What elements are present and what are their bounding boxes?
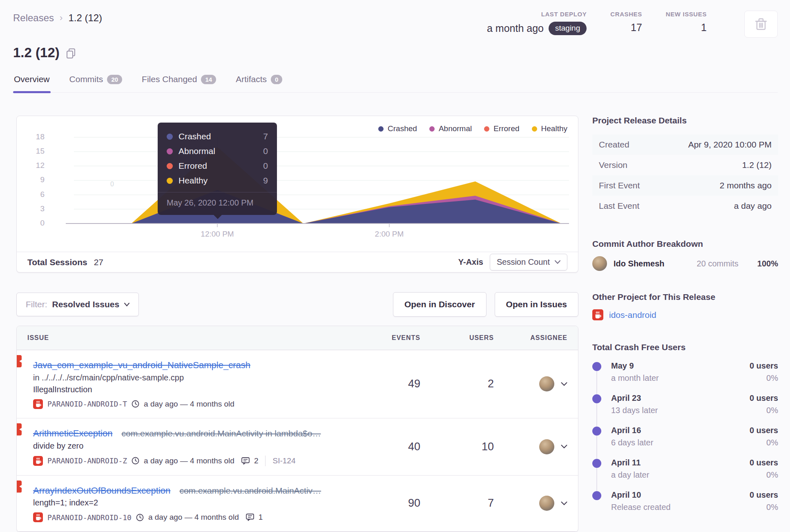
tooltip-label: Errored <box>179 161 207 171</box>
clock-icon <box>132 400 139 408</box>
column-events: EVENTS <box>339 334 420 342</box>
legend-item-abnormal[interactable]: Abnormal <box>429 124 472 133</box>
issue-row[interactable]: Java_com_example_vu_android_NativeSample… <box>17 350 578 418</box>
tab-overview[interactable]: Overview <box>13 72 51 92</box>
issues-table: ISSUE EVENTS USERS ASSIGNEE Java_com_exa… <box>16 326 578 532</box>
timeline-dot-icon <box>592 427 601 436</box>
tooltip-row-errored: Errored 0 <box>166 159 269 173</box>
release-title: 1.2 (12) <box>13 45 76 60</box>
author-avatar <box>592 256 607 271</box>
java-project-icon <box>33 512 43 522</box>
issues-filter-dropdown[interactable]: Filter: Resolved Issues <box>16 293 139 316</box>
sessions-area-chart[interactable]: 18 15 12 9 6 3 0 <box>27 123 568 239</box>
detail-label: Created <box>599 140 629 150</box>
tab-label: Files Changed <box>142 74 197 84</box>
legend-item-errored[interactable]: Errored <box>484 124 519 133</box>
tooltip-label: Crashed <box>179 132 211 141</box>
issue-location: in ../../../../src/main/cpp/native-sampl… <box>33 372 339 384</box>
chevron-down-icon[interactable] <box>561 501 567 505</box>
detail-value: 2 months ago <box>720 181 772 190</box>
issue-title-link[interactable]: ArrayIndexOutOfBoundsException <box>33 485 170 496</box>
entry-users: 0 users <box>750 426 778 435</box>
bookmark-icon <box>16 481 22 493</box>
issue-title-link[interactable]: ArithmeticException <box>33 428 112 438</box>
y-axis-select[interactable]: Session Count <box>490 254 567 270</box>
hover-value-label: 0 <box>110 181 114 188</box>
issue-users-count: 2 <box>420 378 494 390</box>
chart-canvas <box>49 123 569 228</box>
assignee-avatar[interactable] <box>539 376 554 391</box>
entry-users: 0 users <box>750 393 778 403</box>
tab-artifacts[interactable]: Artifacts 0 <box>235 72 283 92</box>
y-axis-label: Y-Axis <box>458 257 483 267</box>
author-percent: 100% <box>757 259 778 268</box>
detail-row-first-event: First Event 2 months ago <box>592 175 778 196</box>
tooltip-value: 0 <box>263 161 268 171</box>
entry-percent: 0% <box>750 470 778 480</box>
assignee-avatar[interactable] <box>539 496 554 511</box>
issue-annotation[interactable]: SI-124 <box>272 456 295 465</box>
other-project-link[interactable]: idos-android <box>609 310 656 320</box>
stat-new-issues: NEW ISSUES 1 <box>666 11 707 34</box>
tooltip-label: Healthy <box>179 176 208 186</box>
legend-item-crashed[interactable]: Crashed <box>378 124 417 133</box>
tab-count-badge: 20 <box>107 75 122 84</box>
issue-users-count: 7 <box>420 497 494 510</box>
issue-row[interactable]: ArrayIndexOutOfBoundsException com.examp… <box>17 476 578 532</box>
legend-item-healthy[interactable]: Healthy <box>532 124 567 133</box>
issue-events-count: 49 <box>339 378 420 390</box>
detail-label: Version <box>599 160 627 170</box>
page-title: 1.2 (12) <box>13 45 60 60</box>
y-tick: 6 <box>27 190 45 199</box>
project-slug[interactable]: PARANOID-ANDROID-Z <box>47 456 127 465</box>
entry-percent: 0% <box>750 438 778 447</box>
breadcrumb-releases-link[interactable]: Releases <box>13 12 54 24</box>
detail-row-version: Version 1.2 (12) <box>592 155 778 175</box>
bookmark-icon <box>16 423 22 436</box>
issue-row[interactable]: ArithmeticException com.example.vu.andro… <box>17 418 578 476</box>
delete-release-button[interactable] <box>744 11 778 38</box>
errored-dot-icon <box>167 163 173 169</box>
commit-author-row: Ido Shemesh 20 commits 100% <box>592 256 778 271</box>
chart-tooltip: Crashed 7 Abnormal 0 Errored 0 <box>158 123 277 215</box>
issue-title-link[interactable]: Java_com_example_vu_android_NativeSample… <box>33 360 250 370</box>
entry-date: April 10 <box>611 490 671 500</box>
detail-value: Apr 9, 2020 10:00 PM <box>688 140 772 150</box>
detail-row-created: Created Apr 9, 2020 10:00 PM <box>592 134 778 155</box>
tab-commits[interactable]: Commits 20 <box>69 72 123 92</box>
open-in-discover-button[interactable]: Open in Discover <box>393 292 486 317</box>
breadcrumb: Releases › 1.2 (12) <box>13 11 102 24</box>
tooltip-value: 9 <box>263 176 268 186</box>
issues-table-header: ISSUE EVENTS USERS ASSIGNEE <box>17 326 578 350</box>
project-slug[interactable]: PARANOID-ANDROID-10 <box>47 513 132 522</box>
sidebar: Project Release Details Created Apr 9, 2… <box>592 116 778 532</box>
tab-files-changed[interactable]: Files Changed 14 <box>141 72 217 92</box>
tooltip-label: Abnormal <box>179 146 215 156</box>
open-in-issues-button[interactable]: Open in Issues <box>495 292 578 317</box>
timeline-entry: April 10 Release created 0 users 0% <box>592 490 778 523</box>
column-issue: ISSUE <box>27 334 339 342</box>
entry-sublabel: 13 days later <box>611 406 658 415</box>
issue-events-count: 90 <box>339 497 420 510</box>
timeline-entry: April 23 13 days later 0 users 0% <box>592 393 778 426</box>
stat-label: CRASHES <box>610 11 642 18</box>
tooltip-arrow <box>213 215 222 219</box>
y-tick: 3 <box>27 204 45 213</box>
tab-label: Artifacts <box>236 74 267 84</box>
issue-age: a day ago — 4 months old <box>144 400 234 409</box>
breadcrumb-current: 1.2 (12) <box>68 12 102 24</box>
assignee-avatar[interactable] <box>539 439 554 454</box>
project-slug[interactable]: PARANOID-ANDROID-T <box>47 400 127 408</box>
chevron-down-icon[interactable] <box>561 382 567 386</box>
tooltip-row-abnormal: Abnormal 0 <box>166 144 269 159</box>
other-project-row: idos-android <box>592 309 778 320</box>
chevron-down-icon[interactable] <box>561 445 567 449</box>
entry-percent: 0% <box>750 406 778 415</box>
timeline-connector <box>596 468 597 491</box>
y-tick: 9 <box>27 175 45 184</box>
entry-date: April 16 <box>611 426 653 435</box>
comments-icon <box>246 514 254 521</box>
copy-icon[interactable] <box>66 48 76 59</box>
stat-label: LAST DEPLOY <box>541 11 587 18</box>
issues-toolbar: Filter: Resolved Issues Open in Discover… <box>16 292 578 317</box>
